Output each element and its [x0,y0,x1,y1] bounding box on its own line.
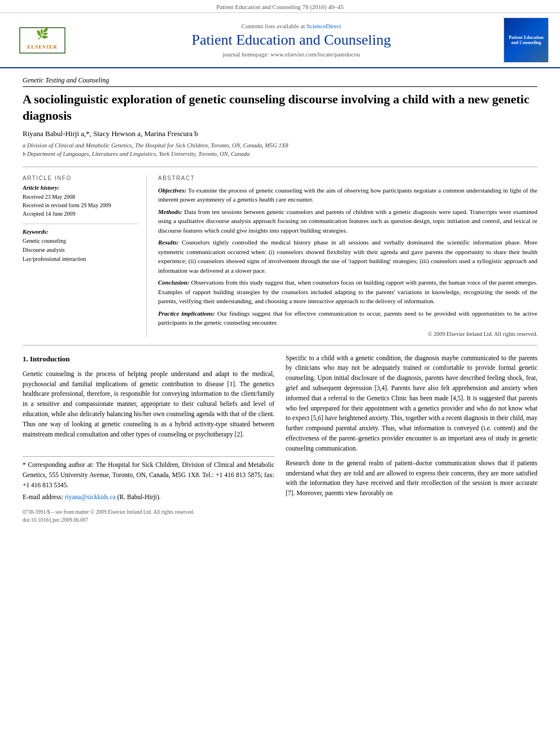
keyword-1: Genetic counseling [23,237,138,246]
keywords-label: Keywords: [23,229,138,235]
practice-text: Our findings suggest that for effective … [158,310,537,326]
article-container: Genetic Testing and Counseling A socioli… [0,68,560,535]
logo-area: 🌿 ELSEVIER [11,25,73,56]
affiliation-b: b Department of Languages, Literatures a… [23,150,537,159]
footnote-star: * Corresponding author at: The Hospital … [23,460,274,490]
keyword-2: Discourse analysis [23,246,138,255]
sciencedirect-url[interactable]: ScienceDirect [307,23,342,29]
journal-homepage: journal homepage: www.elsevier.com/locat… [79,51,504,58]
abstract-conclusion: Conclusion: Observations from this study… [158,278,537,306]
methods-label: Methods: [158,208,182,215]
conclusion-text: Observations from this study suggest tha… [158,279,537,304]
journal-title: Patient Education and Counseling [79,32,504,49]
article-history-label: Article history: [23,185,138,191]
svg-text:🌿: 🌿 [36,28,49,40]
abstract-objectives: Objectives: To examine the process of ge… [158,186,537,204]
results-label: Results: [158,239,179,246]
body-right-p2: Research done in the general realm of pa… [286,458,537,499]
practice-label: Practice implications: [158,310,215,317]
journal-header: 🌿 ELSEVIER Contents lists available at S… [0,13,560,68]
objectives-text: To examine the process of genetic counse… [158,187,537,203]
affiliations: a Division of Clinical and Metabolic Gen… [23,142,537,158]
keywords-list: Genetic counseling Discourse analysis La… [23,237,138,264]
accepted-date: Accepted 14 June 2009 [23,209,138,218]
received-date: Received 23 May 2008 [23,193,138,201]
article-info-title: ARTICLE INFO [23,175,138,181]
article-info-abstract: ARTICLE INFO Article history: Received 2… [23,175,537,337]
body-left-col: 1. Introduction Genetic counseling is th… [23,353,274,525]
email-label: E-mail address: [23,493,63,500]
body-right-p1: Specific to a child with a genetic condi… [286,353,537,454]
sciencedirect-link: Contents lists available at ScienceDirec… [79,23,504,29]
authors: Riyana Babul-Hirji a,*, Stacy Hewson a, … [23,129,537,138]
abstract-col: ABSTRACT Objectives: To examine the proc… [158,175,537,337]
email-suffix: (R. Babul-Hirji). [117,493,161,500]
section1-heading: 1. Introduction [23,353,274,365]
conclusion-label: Conclusion: [158,279,190,286]
journal-center: Contents lists available at ScienceDirec… [79,23,504,58]
footnote-email: E-mail address: riyana@sickkids.ca (R. B… [23,492,274,503]
keyword-3: Lay/professional interaction [23,255,138,264]
revised-date: Received in revised form 29 May 2009 [23,201,138,209]
authors-text: Riyana Babul-Hirji a,*, Stacy Hewson a, … [23,129,198,138]
body-divider [23,345,537,346]
footnotes-area: * Corresponding author at: The Hospital … [23,456,274,502]
affiliation-a: a Division of Clinical and Metabolic Gen… [23,142,537,150]
body-content: 1. Introduction Genetic counseling is th… [23,353,537,525]
doi-text: doi:10.1016/j.pec.2009.06.007 [23,516,274,524]
header-divider [23,167,537,167]
article-title: A sociolinguistic exploration of genetic… [23,91,537,124]
article-info-col: ARTICLE INFO Article history: Received 2… [23,175,147,337]
results-text: Counselors tightly controlled the medica… [158,239,537,274]
svg-text:ELSEVIER: ELSEVIER [27,44,58,50]
section-label: Genetic Testing and Counseling [23,76,537,87]
abstract-practice: Practice implications: Our findings sugg… [158,309,537,327]
abstract-text: Objectives: To examine the process of ge… [158,186,537,327]
elsevier-logo: 🌿 ELSEVIER [17,25,68,56]
top-bar: Patient Education and Counseling 78 (201… [0,0,560,13]
body-left-p1: Genetic counseling is the process of hel… [23,369,274,440]
article-dates: Received 23 May 2008 Received in revised… [23,193,138,218]
issn-text: 0738-3991/$ – see front matter © 2009 El… [23,508,274,516]
abstract-copyright: © 2009 Elsevier Ireland Ltd. All rights … [158,331,537,337]
objectives-label: Objectives: [158,187,186,194]
body-right-col: Specific to a child with a genetic condi… [286,353,537,525]
abstract-methods: Methods: Data from ten sessions between … [158,207,537,235]
abstract-results: Results: Counselors tightly controlled t… [158,238,537,275]
journal-cover-image: Patient Education and Counseling [504,18,549,63]
citation-text: Patient Education and Counseling 78 (201… [216,3,343,10]
left-col-divider [23,224,138,224]
methods-text: Data from ten sessions between genetic c… [158,208,537,234]
abstract-title: ABSTRACT [158,175,537,181]
page-footer: 0738-3991/$ – see front matter © 2009 El… [23,508,274,525]
email-link[interactable]: riyana@sickkids.ca [65,493,116,500]
